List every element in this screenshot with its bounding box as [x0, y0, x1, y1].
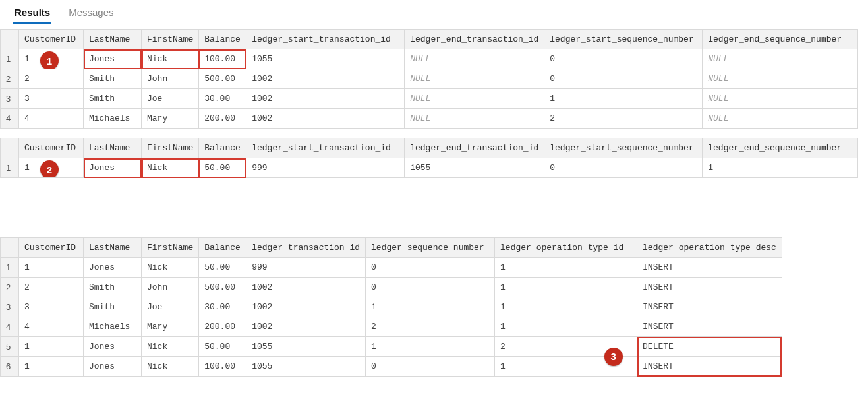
cell[interactable]: John	[142, 278, 199, 297]
row-number-header[interactable]	[1, 238, 19, 258]
cell[interactable]: 50.00	[199, 258, 246, 278]
cell[interactable]: Jones	[84, 158, 142, 178]
cell[interactable]: 2	[366, 317, 495, 337]
tab-results[interactable]: Results	[13, 4, 51, 24]
cell[interactable]: 1	[495, 278, 637, 297]
cell[interactable]: INSERT	[637, 297, 782, 317]
table-row[interactable]: 4 4 Michaels Mary 200.00 1002 NULL 2 NUL…	[1, 109, 858, 129]
cell[interactable]: 500.00	[199, 69, 246, 89]
cell[interactable]: Jones	[84, 357, 142, 377]
row-number[interactable]: 3	[1, 89, 19, 109]
cell[interactable]: 1055	[246, 49, 405, 69]
cell[interactable]: INSERT	[637, 317, 782, 337]
cell[interactable]: John	[142, 69, 199, 89]
cell[interactable]: 3	[19, 89, 84, 109]
column-header[interactable]: CustomerID	[19, 30, 84, 49]
cell[interactable]: NULL	[405, 89, 544, 109]
cell[interactable]: 30.00	[199, 89, 246, 109]
table-row[interactable]: 6 1 Jones Nick 100.00 1055 0 1 INSERT	[1, 357, 782, 377]
column-header[interactable]: ledger_sequence_number	[366, 238, 495, 258]
results-grid-1[interactable]: CustomerID LastName FirstName Balance le…	[0, 29, 858, 129]
cell[interactable]: 0	[544, 158, 703, 178]
cell[interactable]: NULL	[405, 69, 544, 89]
cell[interactable]: 200.00	[199, 109, 246, 129]
cell[interactable]: 1	[495, 258, 637, 278]
column-header[interactable]: ledger_start_transaction_id	[246, 30, 405, 49]
cell[interactable]: INSERT	[637, 278, 782, 297]
cell[interactable]: 1	[366, 337, 495, 357]
cell[interactable]: 1002	[246, 69, 405, 89]
cell[interactable]: Michaels	[84, 109, 142, 129]
column-header[interactable]: ledger_start_sequence_number	[544, 30, 703, 49]
cell[interactable]: 2	[19, 278, 84, 297]
cell[interactable]: DELETE	[637, 337, 782, 357]
column-header[interactable]: FirstName	[142, 138, 199, 158]
cell[interactable]: INSERT	[637, 357, 782, 377]
cell[interactable]: Mary	[142, 317, 199, 337]
cell[interactable]: 1	[544, 89, 703, 109]
cell[interactable]: 1002	[246, 278, 366, 297]
cell[interactable]: 4	[19, 317, 84, 337]
table-row[interactable]: 3 3 Smith Joe 30.00 1002 NULL 1 NULL	[1, 89, 858, 109]
cell[interactable]: NULL	[703, 69, 858, 89]
results-grid-3[interactable]: CustomerID LastName FirstName Balance le…	[0, 237, 782, 377]
column-header[interactable]: ledger_end_sequence_number	[703, 30, 858, 49]
column-header[interactable]: ledger_end_transaction_id	[405, 138, 544, 158]
cell[interactable]: 100.00	[199, 49, 246, 69]
column-header[interactable]: CustomerID	[19, 138, 84, 158]
column-header[interactable]: ledger_end_transaction_id	[405, 30, 544, 49]
cell[interactable]: Jones	[84, 49, 142, 69]
column-header[interactable]: ledger_start_sequence_number	[544, 138, 703, 158]
column-header[interactable]: ledger_transaction_id	[246, 238, 366, 258]
cell[interactable]: Nick	[142, 49, 199, 69]
row-number[interactable]: 1	[1, 49, 19, 69]
cell[interactable]: 0	[544, 49, 703, 69]
cell[interactable]: 3	[19, 297, 84, 317]
row-number[interactable]: 2	[1, 69, 19, 89]
table-row[interactable]: 2 2 Smith John 500.00 1002 0 1 INSERT	[1, 278, 782, 297]
cell[interactable]: Nick	[142, 337, 199, 357]
cell[interactable]: 50.00	[199, 158, 246, 178]
cell[interactable]: 100.00	[199, 357, 246, 377]
row-number[interactable]: 6	[1, 357, 19, 377]
cell[interactable]: 1002	[246, 297, 366, 317]
cell[interactable]: 1	[703, 158, 858, 178]
cell[interactable]: 2	[544, 109, 703, 129]
cell[interactable]: 0	[366, 258, 495, 278]
table-row[interactable]: 3 3 Smith Joe 30.00 1002 1 1 INSERT	[1, 297, 782, 317]
row-number[interactable]: 1	[1, 258, 19, 278]
column-header[interactable]: LastName	[84, 238, 142, 258]
cell[interactable]: 30.00	[199, 297, 246, 317]
cell[interactable]: 1	[495, 317, 637, 337]
column-header[interactable]: FirstName	[142, 30, 199, 49]
cell[interactable]: Nick	[142, 357, 199, 377]
cell[interactable]: INSERT	[637, 258, 782, 278]
tab-messages[interactable]: Messages	[67, 4, 115, 24]
cell[interactable]: 1 1	[19, 49, 84, 69]
row-number[interactable]: 2	[1, 278, 19, 297]
row-number[interactable]: 3	[1, 297, 19, 317]
cell[interactable]: 2	[19, 69, 84, 89]
table-row[interactable]: 1 1 1 Jones Nick 100.00 1055 NULL 0 NULL	[1, 49, 858, 69]
cell[interactable]: 1	[366, 297, 495, 317]
column-header[interactable]: ledger_start_transaction_id	[246, 138, 405, 158]
cell[interactable]: Michaels	[84, 317, 142, 337]
cell[interactable]: NULL	[703, 89, 858, 109]
cell[interactable]: NULL	[703, 109, 858, 129]
cell[interactable]: 1	[495, 297, 637, 317]
table-row[interactable]: 5 1 Jones Nick 50.00 1055 1 2 DELETE	[1, 337, 782, 357]
cell[interactable]: 50.00	[199, 337, 246, 357]
table-row[interactable]: 1 1 Jones Nick 50.00 999 0 1 INSERT	[1, 258, 782, 278]
column-header[interactable]: LastName	[84, 138, 142, 158]
cell[interactable]: Joe	[142, 89, 199, 109]
table-row[interactable]: 4 4 Michaels Mary 200.00 1002 2 1 INSERT	[1, 317, 782, 337]
row-number-header[interactable]	[1, 138, 19, 158]
cell[interactable]: 0	[366, 357, 495, 377]
cell[interactable]: 0	[366, 278, 495, 297]
column-header[interactable]: Balance	[199, 138, 246, 158]
column-header[interactable]: CustomerID	[19, 238, 84, 258]
cell[interactable]: 500.00	[199, 278, 246, 297]
cell[interactable]: Smith	[84, 278, 142, 297]
cell[interactable]: Nick	[142, 258, 199, 278]
cell[interactable]: Nick	[142, 158, 199, 178]
